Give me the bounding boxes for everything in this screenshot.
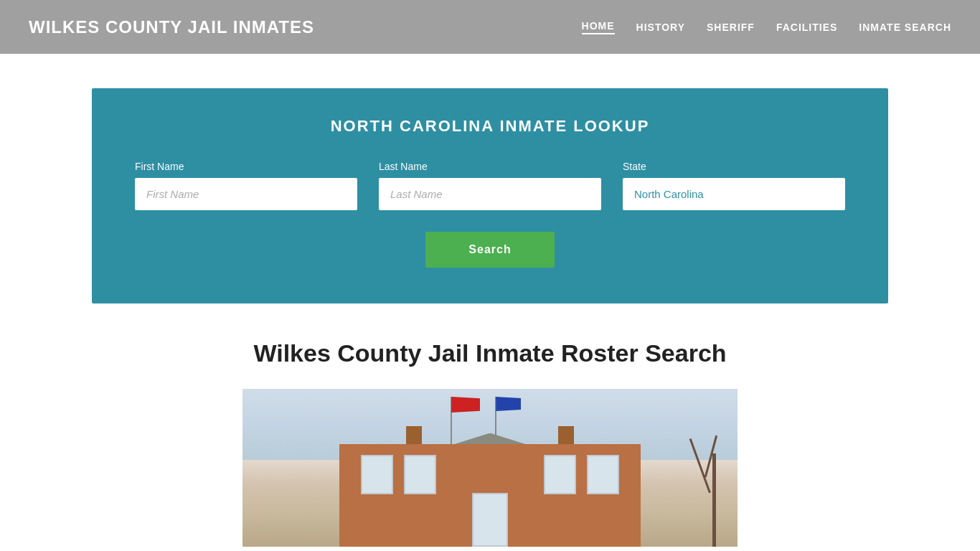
search-section: NORTH CAROLINA INMATE LOOKUP First Name … [92,88,888,303]
last-name-group: Last Name [379,161,601,210]
content-section: Wilkes County Jail Inmate Roster Search [92,339,888,547]
nav-item-inmate-search[interactable]: INMATE SEARCH [859,22,951,33]
window-3 [544,455,576,494]
search-form-row: First Name Last Name State [135,161,845,210]
window-4 [587,455,619,494]
search-section-title: NORTH CAROLINA INMATE LOOKUP [135,117,845,136]
building-image [242,389,738,547]
nav-item-home[interactable]: HOME [582,20,615,34]
state-group: State [623,161,845,210]
building-body [339,444,641,547]
window-1 [361,455,393,494]
nav-item-history[interactable]: HISTORY [636,22,685,33]
site-header: WILKES COUNTY JAIL INMATES HOME HISTORY … [0,0,980,54]
window-2 [404,455,436,494]
flag-red [451,397,480,413]
site-title: WILKES COUNTY JAIL INMATES [29,17,314,37]
first-name-group: First Name [135,161,357,210]
search-button-row: Search [135,232,845,268]
state-input[interactable] [623,178,845,210]
content-title: Wilkes County Jail Inmate Roster Search [106,339,874,367]
first-name-label: First Name [135,161,357,172]
first-name-input[interactable] [135,178,357,210]
flag-blue [496,397,521,411]
last-name-input[interactable] [379,178,601,210]
main-nav: HOME HISTORY SHERIFF FACILITIES INMATE S… [582,20,951,34]
last-name-label: Last Name [379,161,601,172]
search-button[interactable]: Search [425,232,555,268]
state-label: State [623,161,845,172]
door [472,493,508,547]
nav-item-facilities[interactable]: FACILITIES [776,22,837,33]
nav-item-sheriff[interactable]: SHERIFF [707,22,755,33]
header-border [0,54,980,60]
